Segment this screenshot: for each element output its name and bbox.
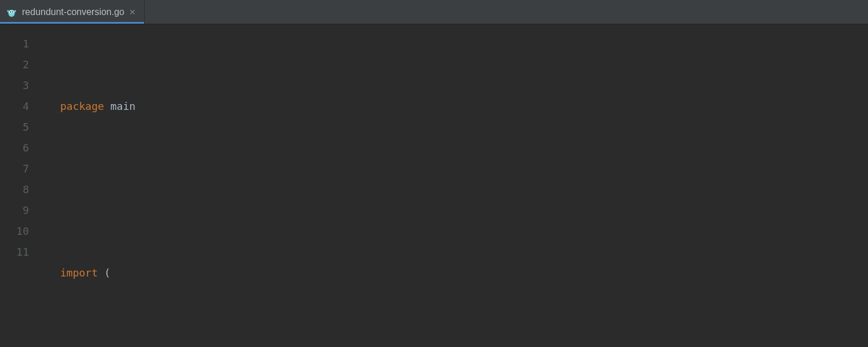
paren: (	[104, 263, 111, 283]
code-editor[interactable]: 1 2 3 4 5 6 7 8 9 10 11 package main imp…	[0, 24, 868, 347]
tab-filename: redundunt-conversion.go	[22, 7, 124, 17]
line-number: 3	[0, 75, 56, 96]
svg-point-7	[14, 10, 16, 12]
code-area[interactable]: package main import ( "io/ioutil" ) func…	[56, 24, 868, 347]
svg-point-5	[11, 13, 13, 14]
line-number: 1	[0, 34, 56, 54]
code-line[interactable]: package main	[60, 96, 868, 117]
line-number: 5	[0, 117, 56, 138]
svg-point-4	[12, 11, 13, 12]
code-line[interactable]: import (	[60, 263, 868, 283]
svg-point-3	[10, 11, 11, 12]
tab-file[interactable]: redundunt-conversion.go ✕	[0, 0, 145, 24]
line-number: 4	[0, 96, 56, 117]
gutter-line-numbers: 1 2 3 4 5 6 7 8 9 10 11	[0, 24, 56, 347]
svg-point-6	[8, 10, 9, 12]
close-icon[interactable]: ✕	[129, 8, 136, 17]
line-number: 11	[0, 242, 56, 263]
line-number: 6	[0, 138, 56, 158]
line-number: 8	[0, 179, 56, 200]
code-line[interactable]	[60, 179, 868, 200]
line-number: 10	[0, 221, 56, 242]
editor-tabbar: redundunt-conversion.go ✕	[0, 0, 868, 24]
line-number: 2	[0, 54, 56, 75]
identifier: main	[111, 96, 135, 117]
go-file-icon	[6, 6, 17, 18]
keyword: import	[60, 263, 98, 283]
line-number: 9	[0, 200, 56, 221]
line-number: 7	[0, 158, 56, 179]
keyword: package	[60, 96, 104, 117]
